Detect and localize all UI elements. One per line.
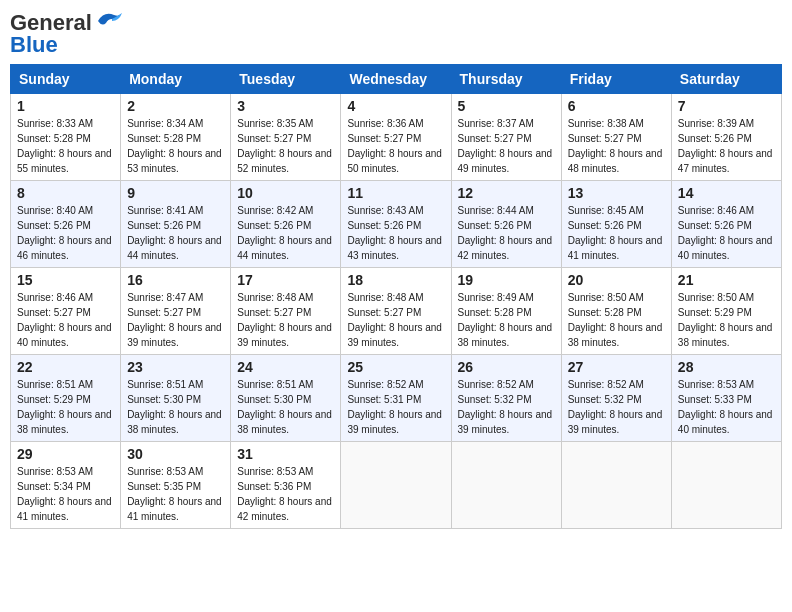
day-info: Sunrise: 8:45 AM Sunset: 5:26 PM Dayligh… (568, 203, 665, 263)
sunset: Sunset: 5:26 PM (678, 131, 775, 146)
sunrise: Sunrise: 8:52 AM (458, 377, 555, 392)
daylight: Daylight: 8 hours and 41 minutes. (17, 494, 114, 524)
daylight: Daylight: 8 hours and 39 minutes. (347, 320, 444, 350)
calendar-week-row: 29 Sunrise: 8:53 AM Sunset: 5:34 PM Dayl… (11, 442, 782, 529)
sunrise: Sunrise: 8:45 AM (568, 203, 665, 218)
daylight: Daylight: 8 hours and 52 minutes. (237, 146, 334, 176)
calendar-week-row: 15 Sunrise: 8:46 AM Sunset: 5:27 PM Dayl… (11, 268, 782, 355)
calendar-cell (451, 442, 561, 529)
day-number: 5 (458, 98, 555, 114)
daylight: Daylight: 8 hours and 38 minutes. (458, 320, 555, 350)
day-number: 13 (568, 185, 665, 201)
daylight: Daylight: 8 hours and 40 minutes. (678, 233, 775, 263)
daylight: Daylight: 8 hours and 49 minutes. (458, 146, 555, 176)
daylight: Daylight: 8 hours and 39 minutes. (127, 320, 224, 350)
calendar-cell: 21 Sunrise: 8:50 AM Sunset: 5:29 PM Dayl… (671, 268, 781, 355)
sunrise: Sunrise: 8:38 AM (568, 116, 665, 131)
day-info: Sunrise: 8:47 AM Sunset: 5:27 PM Dayligh… (127, 290, 224, 350)
day-info: Sunrise: 8:51 AM Sunset: 5:30 PM Dayligh… (237, 377, 334, 437)
calendar-cell: 13 Sunrise: 8:45 AM Sunset: 5:26 PM Dayl… (561, 181, 671, 268)
day-info: Sunrise: 8:39 AM Sunset: 5:26 PM Dayligh… (678, 116, 775, 176)
day-info: Sunrise: 8:33 AM Sunset: 5:28 PM Dayligh… (17, 116, 114, 176)
calendar-cell: 27 Sunrise: 8:52 AM Sunset: 5:32 PM Dayl… (561, 355, 671, 442)
calendar-cell: 29 Sunrise: 8:53 AM Sunset: 5:34 PM Dayl… (11, 442, 121, 529)
sunrise: Sunrise: 8:52 AM (347, 377, 444, 392)
logo: General Blue (10, 10, 126, 58)
daylight: Daylight: 8 hours and 40 minutes. (678, 407, 775, 437)
sunrise: Sunrise: 8:47 AM (127, 290, 224, 305)
day-info: Sunrise: 8:51 AM Sunset: 5:30 PM Dayligh… (127, 377, 224, 437)
calendar-cell: 31 Sunrise: 8:53 AM Sunset: 5:36 PM Dayl… (231, 442, 341, 529)
sunrise: Sunrise: 8:46 AM (17, 290, 114, 305)
sunset: Sunset: 5:27 PM (237, 305, 334, 320)
calendar-cell: 12 Sunrise: 8:44 AM Sunset: 5:26 PM Dayl… (451, 181, 561, 268)
calendar-cell (341, 442, 451, 529)
sunrise: Sunrise: 8:53 AM (237, 464, 334, 479)
sunset: Sunset: 5:27 PM (237, 131, 334, 146)
sunrise: Sunrise: 8:50 AM (678, 290, 775, 305)
daylight: Daylight: 8 hours and 40 minutes. (17, 320, 114, 350)
calendar-week-row: 22 Sunrise: 8:51 AM Sunset: 5:29 PM Dayl… (11, 355, 782, 442)
sunset: Sunset: 5:27 PM (347, 305, 444, 320)
sunset: Sunset: 5:26 PM (237, 218, 334, 233)
sunset: Sunset: 5:26 PM (17, 218, 114, 233)
sunrise: Sunrise: 8:51 AM (237, 377, 334, 392)
daylight: Daylight: 8 hours and 46 minutes. (17, 233, 114, 263)
daylight: Daylight: 8 hours and 43 minutes. (347, 233, 444, 263)
calendar-cell: 1 Sunrise: 8:33 AM Sunset: 5:28 PM Dayli… (11, 94, 121, 181)
calendar-cell: 23 Sunrise: 8:51 AM Sunset: 5:30 PM Dayl… (121, 355, 231, 442)
sunrise: Sunrise: 8:40 AM (17, 203, 114, 218)
daylight: Daylight: 8 hours and 39 minutes. (568, 407, 665, 437)
sunset: Sunset: 5:28 PM (127, 131, 224, 146)
calendar-cell: 10 Sunrise: 8:42 AM Sunset: 5:26 PM Dayl… (231, 181, 341, 268)
day-number: 15 (17, 272, 114, 288)
day-info: Sunrise: 8:53 AM Sunset: 5:34 PM Dayligh… (17, 464, 114, 524)
sunrise: Sunrise: 8:39 AM (678, 116, 775, 131)
day-number: 30 (127, 446, 224, 462)
sunset: Sunset: 5:29 PM (17, 392, 114, 407)
daylight: Daylight: 8 hours and 44 minutes. (237, 233, 334, 263)
sunrise: Sunrise: 8:43 AM (347, 203, 444, 218)
day-info: Sunrise: 8:49 AM Sunset: 5:28 PM Dayligh… (458, 290, 555, 350)
sunrise: Sunrise: 8:51 AM (127, 377, 224, 392)
column-header-saturday: Saturday (671, 65, 781, 94)
day-info: Sunrise: 8:34 AM Sunset: 5:28 PM Dayligh… (127, 116, 224, 176)
day-info: Sunrise: 8:46 AM Sunset: 5:27 PM Dayligh… (17, 290, 114, 350)
sunrise: Sunrise: 8:52 AM (568, 377, 665, 392)
daylight: Daylight: 8 hours and 48 minutes. (568, 146, 665, 176)
calendar-cell: 8 Sunrise: 8:40 AM Sunset: 5:26 PM Dayli… (11, 181, 121, 268)
day-number: 3 (237, 98, 334, 114)
day-info: Sunrise: 8:48 AM Sunset: 5:27 PM Dayligh… (347, 290, 444, 350)
day-number: 24 (237, 359, 334, 375)
day-info: Sunrise: 8:52 AM Sunset: 5:31 PM Dayligh… (347, 377, 444, 437)
sunset: Sunset: 5:35 PM (127, 479, 224, 494)
calendar-cell: 25 Sunrise: 8:52 AM Sunset: 5:31 PM Dayl… (341, 355, 451, 442)
daylight: Daylight: 8 hours and 38 minutes. (127, 407, 224, 437)
sunrise: Sunrise: 8:37 AM (458, 116, 555, 131)
calendar-cell: 18 Sunrise: 8:48 AM Sunset: 5:27 PM Dayl… (341, 268, 451, 355)
day-info: Sunrise: 8:40 AM Sunset: 5:26 PM Dayligh… (17, 203, 114, 263)
column-header-tuesday: Tuesday (231, 65, 341, 94)
calendar-cell: 17 Sunrise: 8:48 AM Sunset: 5:27 PM Dayl… (231, 268, 341, 355)
day-number: 8 (17, 185, 114, 201)
day-info: Sunrise: 8:51 AM Sunset: 5:29 PM Dayligh… (17, 377, 114, 437)
day-info: Sunrise: 8:35 AM Sunset: 5:27 PM Dayligh… (237, 116, 334, 176)
sunrise: Sunrise: 8:41 AM (127, 203, 224, 218)
sunrise: Sunrise: 8:44 AM (458, 203, 555, 218)
day-number: 7 (678, 98, 775, 114)
column-header-friday: Friday (561, 65, 671, 94)
day-info: Sunrise: 8:38 AM Sunset: 5:27 PM Dayligh… (568, 116, 665, 176)
day-info: Sunrise: 8:53 AM Sunset: 5:35 PM Dayligh… (127, 464, 224, 524)
day-info: Sunrise: 8:52 AM Sunset: 5:32 PM Dayligh… (568, 377, 665, 437)
daylight: Daylight: 8 hours and 55 minutes. (17, 146, 114, 176)
sunset: Sunset: 5:32 PM (458, 392, 555, 407)
sunrise: Sunrise: 8:51 AM (17, 377, 114, 392)
sunrise: Sunrise: 8:49 AM (458, 290, 555, 305)
calendar-cell: 19 Sunrise: 8:49 AM Sunset: 5:28 PM Dayl… (451, 268, 561, 355)
calendar-cell (671, 442, 781, 529)
sunset: Sunset: 5:33 PM (678, 392, 775, 407)
sunset: Sunset: 5:28 PM (458, 305, 555, 320)
sunset: Sunset: 5:36 PM (237, 479, 334, 494)
day-number: 22 (17, 359, 114, 375)
column-header-thursday: Thursday (451, 65, 561, 94)
